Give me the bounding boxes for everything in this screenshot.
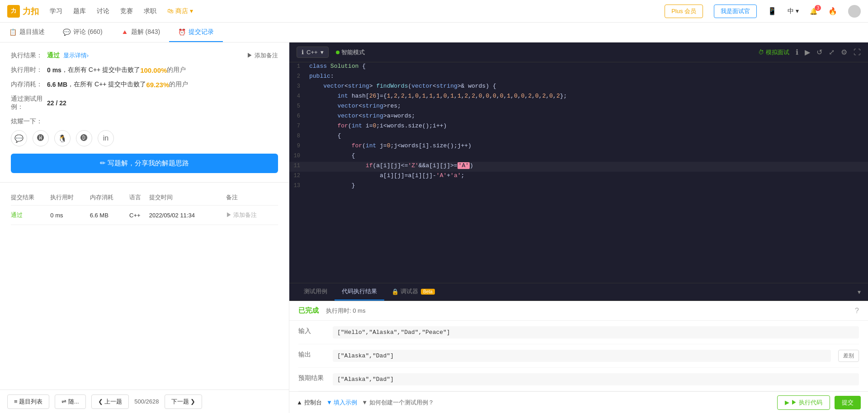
description-icon: 📋 [9, 28, 17, 36]
social-icons: 💬 🅦 🐧 🅓 in [11, 130, 278, 146]
mem-percent: 69.23% [146, 81, 169, 89]
dropdown-icon: ▾ [321, 49, 324, 56]
next-button[interactable]: 下一题 ❯ [165, 394, 203, 409]
console-button[interactable]: ▲ 控制台 [297, 399, 322, 407]
result-io: 输入 ["Hello","Alaska","Dad","Peace"] 输出 [… [289, 321, 868, 391]
page-info: 500/2628 [134, 398, 159, 405]
code-editor[interactable]: 1 class Solution { 2 public: 3 vector<st… [289, 62, 868, 283]
notification-badge[interactable]: 🔔 3 [810, 8, 817, 15]
logo[interactable]: 力 力扣 [7, 5, 39, 18]
code-line-6: 6 vector<string>a=words; [289, 112, 868, 122]
diff-button[interactable]: 差别 [838, 350, 859, 362]
wechat-button[interactable]: 💬 [11, 130, 27, 146]
problem-list-button[interactable]: ≡ 题目列表 [7, 394, 49, 409]
how-to-link[interactable]: ▼ 如何创建一个测试用例？ [362, 399, 434, 407]
row-result[interactable]: 通过 [11, 206, 50, 225]
bottom-bar-right: ▲ 控制台 ▼ 填入示例 ▼ 如何创建一个测试用例？ ▶ ▶ 执行代码 提交 [289, 391, 868, 413]
linkedin-button[interactable]: in [98, 130, 114, 146]
submit-button[interactable]: 提交 [835, 396, 861, 409]
nav-item-jobs[interactable]: 求职 [144, 7, 156, 15]
logo-icon: 力 [7, 5, 20, 18]
result-bottom-panel: 已完成 执行用时: 0 ms ? 输入 ["Hello","Alaska","D… [289, 301, 868, 391]
result-section: 执行结果： 通过 显示详情 › ▶ 添加备注 执行用时： 0 ms ，在所有 C… [0, 42, 289, 390]
mem-label: 内存消耗： [11, 80, 47, 89]
tab-exec-result[interactable]: 代码执行结果 [335, 283, 384, 300]
row-note[interactable]: ▶ 添加备注 [226, 206, 278, 225]
input-value: ["Hello","Alaska","Dad","Peace"] [333, 326, 859, 338]
write-solution-button[interactable]: ✏ 写题解，分享我的解题思路 [11, 154, 278, 173]
table-body: 通过 0 ms 6.6 MB C++ 2022/05/02 11:34 ▶ 添加… [11, 206, 278, 225]
col-note: 备注 [226, 190, 278, 206]
nav-item-learn[interactable]: 学习 [50, 7, 62, 15]
notification-count: 3 [815, 5, 821, 11]
reset-icon[interactable]: ↺ [816, 48, 822, 56]
help-icon[interactable]: ? [855, 307, 859, 315]
expand-icon[interactable]: ⤢ [829, 48, 835, 56]
qq-button[interactable]: 🐧 [54, 130, 71, 146]
comments-icon: 💬 [63, 28, 71, 36]
share-label: 炫耀一下： [11, 117, 278, 126]
douban-button[interactable]: 🅓 [76, 130, 92, 146]
editor-actions: ⏱ 模拟面试 ℹ ▶ ↺ ⤢ ⚙ ⛶ [758, 48, 861, 56]
tab-testcase[interactable]: 测试用例 [297, 283, 335, 300]
table-header: 提交结果 执行用时 内存消耗 语言 提交时间 备注 [11, 190, 278, 206]
fullscreen-icon[interactable]: ⛶ [854, 48, 861, 56]
exec-time-label: 执行用时： [11, 66, 47, 74]
status-bar: 已完成 执行用时: 0 ms ? [289, 301, 868, 321]
exec-time-desc: ，在所有 C++ 提交中击败了 [61, 66, 140, 74]
code-line-2: 2 public: [289, 72, 868, 82]
top-nav: 力 力扣 学习 题库 讨论 竞赛 求职 🛍 商店 ▾ Plus 会员 我是面试官… [0, 0, 868, 23]
testcase-row: 通过测试用例： 22 / 22 [11, 95, 278, 111]
tab-comments[interactable]: 💬 评论 (660) [54, 23, 112, 42]
code-line-3: 3 vector<string> findWords(vector<string… [289, 82, 868, 92]
row-lang: C++ [129, 206, 149, 225]
simulate-button[interactable]: ⏱ 模拟面试 [758, 48, 789, 56]
weibo-button[interactable]: 🅦 [33, 130, 49, 146]
beta-badge: Beta [421, 289, 435, 295]
solutions-icon: 🔺 [121, 28, 128, 36]
exec-time-suffix: 的用户 [167, 66, 186, 74]
expand-panel-button[interactable]: ▾ [858, 288, 861, 296]
code-line-12: 12 a[i][j]=a[i][j]-'A'+'a'; [289, 172, 868, 182]
nav-item-contest[interactable]: 竞赛 [120, 7, 133, 15]
user-avatar[interactable] [848, 5, 861, 18]
random-button[interactable]: ⇌ 随... [55, 394, 85, 409]
lang-select[interactable]: 中 ▾ [788, 7, 799, 15]
code-line-9: 9 for(int j=0;j<words[i].size();j++) [289, 142, 868, 152]
editor-top-bar: ℹ C++ ▾ 智能模式 ⏱ 模拟面试 ℹ ▶ ↺ ⤢ ⚙ ⛶ [289, 42, 868, 62]
green-dot-icon [336, 51, 340, 54]
play-icon[interactable]: ▶ [805, 48, 810, 56]
code-line-13: 13 } [289, 182, 868, 192]
tab-debugger[interactable]: 🔒 调试器 Beta [384, 283, 442, 300]
bottom-tabs: 测试用例 代码执行结果 🔒 调试器 Beta ▾ [289, 283, 868, 301]
testcase-count: 22 / 22 [47, 99, 66, 107]
run-button[interactable]: ▶ ▶ 执行代码 [777, 395, 830, 410]
col-time: 执行用时 [50, 190, 90, 206]
nav-item-discuss[interactable]: 讨论 [97, 7, 109, 15]
detail-link[interactable]: 显示详情 [63, 52, 87, 60]
tab-submissions[interactable]: ⏰ 提交记录 [169, 23, 223, 42]
language-selector[interactable]: ℹ C++ ▾ [297, 47, 329, 58]
interviewer-button[interactable]: 我是面试官 [714, 5, 757, 18]
settings-icon[interactable]: ⚙ [841, 48, 847, 56]
nav-item-store[interactable]: 🛍 商店 ▾ [167, 7, 193, 15]
exec-result-label: 执行结果： [11, 52, 47, 60]
prev-button[interactable]: ❮ 上一题 [91, 394, 129, 409]
add-note-button[interactable]: ▶ 添加备注 [247, 52, 278, 60]
tab-description[interactable]: 📋 题目描述 [0, 23, 54, 42]
lock-icon: 🔒 [392, 288, 399, 295]
fill-example-button[interactable]: ▼ 填入示例 [326, 399, 357, 407]
table-row: 通过 0 ms 6.6 MB C++ 2022/05/02 11:34 ▶ 添加… [11, 206, 278, 225]
nav-item-problems[interactable]: 题库 [73, 7, 86, 15]
row-time: 0 ms [50, 206, 90, 225]
plus-member-button[interactable]: Plus 会员 [665, 5, 703, 18]
left-panel: 执行结果： 通过 显示详情 › ▶ 添加备注 执行用时： 0 ms ，在所有 C… [0, 42, 289, 413]
row-mem: 6.6 MB [90, 206, 129, 225]
info-icon[interactable]: ℹ [796, 48, 798, 56]
main-layout: 执行结果： 通过 显示详情 › ▶ 添加备注 执行用时： 0 ms ，在所有 C… [0, 42, 868, 413]
mem-suffix: 的用户 [169, 80, 188, 89]
tab-solutions[interactable]: 🔺 题解 (843) [112, 23, 170, 42]
code-line-7: 7 for(int i=0;i<words.size();i++) [289, 122, 868, 132]
code-line-11: 11 if(a[i][j]<='Z'&&a[i][j]>='A') [289, 162, 868, 172]
exec-time-row: 执行用时： 0 ms ，在所有 C++ 提交中击败了 100.00% 的用户 [11, 66, 278, 74]
